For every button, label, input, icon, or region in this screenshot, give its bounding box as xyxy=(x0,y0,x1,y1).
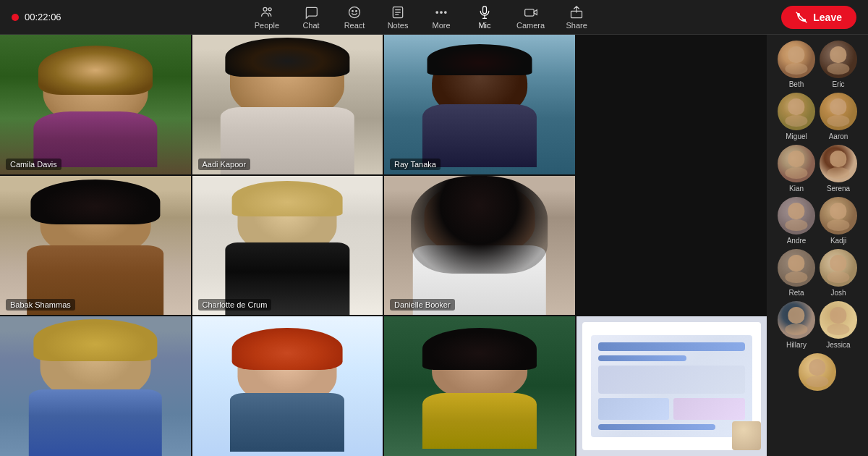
sidebar-participant-josh[interactable]: Josh xyxy=(820,249,857,297)
notes-icon xyxy=(391,5,405,20)
avatar-reta xyxy=(778,249,815,287)
svg-point-3 xyxy=(352,10,354,12)
sidebar-participant-eric[interactable]: Eric xyxy=(820,41,857,88)
camera-label: Camera xyxy=(516,21,545,30)
svg-point-7 xyxy=(441,11,443,13)
sidebar-participant-reta[interactable]: Reta xyxy=(778,249,815,297)
sidebar-participant-kadji[interactable]: Kadji xyxy=(820,197,857,245)
participant-p8[interactable] xyxy=(192,316,383,456)
participant-aadi[interactable]: Aadi Kapoor xyxy=(192,35,383,174)
svg-point-8 xyxy=(445,11,447,13)
react-icon xyxy=(347,5,362,20)
mic-label: Mic xyxy=(478,21,490,30)
participant-charlotte[interactable]: Charlotte de Crum xyxy=(192,176,383,316)
avatar-eric xyxy=(820,41,857,78)
svg-rect-9 xyxy=(483,6,487,13)
sidebar-participant-andre[interactable]: Andre xyxy=(778,197,815,245)
participant-p7[interactable] xyxy=(0,316,191,456)
react-label: React xyxy=(344,21,365,30)
sidebar-participant-beth[interactable]: Beth xyxy=(778,41,815,88)
people-button[interactable]: People xyxy=(247,2,286,33)
participant-ray[interactable]: Ray Tanaka xyxy=(384,35,575,174)
avatar-extra xyxy=(799,353,836,391)
recording-time: 00:22:06 xyxy=(25,12,61,22)
sidebar-participant-miguel[interactable]: Miguel xyxy=(778,93,815,140)
chat-icon xyxy=(304,5,318,20)
mic-icon xyxy=(477,5,492,20)
leave-button[interactable]: Leave xyxy=(781,6,856,29)
camila-label: Camila Davis xyxy=(6,159,61,170)
video-grid: Camila Davis Aadi Kapoor Ray Tanaka Baba… xyxy=(0,35,767,456)
notes-label: Notes xyxy=(388,21,409,30)
main-content: Camila Davis Aadi Kapoor Ray Tanaka Baba… xyxy=(0,35,868,456)
avatar-beth xyxy=(778,41,815,78)
sidebar-name-reta: Reta xyxy=(788,289,804,297)
sidebar-name-josh: Josh xyxy=(830,289,846,297)
participant-screen[interactable] xyxy=(576,316,767,456)
svg-rect-12 xyxy=(524,9,534,15)
mic-button[interactable]: Mic xyxy=(466,2,503,33)
leave-phone-icon xyxy=(796,12,807,23)
sidebar-participant-aaron[interactable]: Aaron xyxy=(820,93,857,140)
sidebar-name-kian: Kian xyxy=(789,185,804,193)
share-label: Share xyxy=(566,21,587,30)
sidebar-participant-kian[interactable]: Kian xyxy=(778,145,815,193)
sidebar-name-eric: Eric xyxy=(832,80,844,88)
svg-point-4 xyxy=(356,10,357,12)
sidebar-pair-0: Beth Eric xyxy=(767,41,868,88)
people-icon xyxy=(260,5,274,20)
ray-label: Ray Tanaka xyxy=(390,159,441,170)
extra-thumbnail xyxy=(732,421,761,450)
aadi-label: Aadi Kapoor xyxy=(198,159,251,170)
top-bar: 00:22:06 People Chat xyxy=(0,0,868,35)
babak-label: Babak Shammas xyxy=(6,299,75,311)
svg-point-1 xyxy=(268,7,271,10)
sidebar-name-aaron: Aaron xyxy=(829,132,848,140)
avatar-jessica xyxy=(820,301,857,339)
more-label: More xyxy=(432,21,450,30)
share-button[interactable]: Share xyxy=(558,2,595,33)
sidebar-participant-hillary[interactable]: Hillary xyxy=(778,301,815,349)
avatar-hillary xyxy=(778,301,815,339)
sidebar-name-kadji: Kadji xyxy=(830,237,846,245)
sidebar-pair-5: Hillary Jessica xyxy=(767,301,868,349)
sidebar-name-hillary: Hillary xyxy=(786,341,807,349)
sidebar-pair-1: Miguel Aaron xyxy=(767,93,868,140)
participant-p9[interactable] xyxy=(384,316,575,456)
participant-camila[interactable]: Camila Davis xyxy=(0,35,191,174)
more-button[interactable]: More xyxy=(422,2,460,33)
share-icon xyxy=(569,5,584,20)
camera-button[interactable]: Camera xyxy=(509,2,552,33)
toolbar: People Chat React Notes xyxy=(247,2,595,33)
more-icon xyxy=(434,5,448,20)
participant-empty-mid xyxy=(576,176,767,316)
svg-point-0 xyxy=(263,7,267,11)
sidebar-name-jessica: Jessica xyxy=(826,341,850,349)
chat-button[interactable]: Chat xyxy=(292,2,330,33)
notes-button[interactable]: Notes xyxy=(379,2,417,33)
avatar-andre xyxy=(778,197,815,235)
svg-point-2 xyxy=(349,7,360,17)
avatar-miguel xyxy=(778,93,815,130)
camera-icon xyxy=(524,5,538,20)
svg-line-14 xyxy=(796,12,807,22)
sidebar-pair-2: Kian Serena xyxy=(767,145,868,193)
participant-empty-top xyxy=(576,35,767,174)
participant-danielle[interactable]: Danielle Booker xyxy=(384,176,575,316)
sidebar-participant-jessica[interactable]: Jessica xyxy=(820,301,857,349)
sidebar-name-miguel: Miguel xyxy=(786,132,807,140)
avatar-josh xyxy=(820,249,857,287)
participant-babak[interactable]: Babak Shammas xyxy=(0,176,191,316)
danielle-label: Danielle Booker xyxy=(390,299,455,311)
svg-point-6 xyxy=(436,11,438,13)
sidebar-name-beth: Beth xyxy=(789,80,804,88)
recording-dot xyxy=(12,14,19,21)
sidebar-pair-3: Andre Kadji xyxy=(767,197,868,245)
sidebar-pair-6 xyxy=(767,353,868,391)
sidebar-pair-4: Reta Josh xyxy=(767,249,868,297)
sidebar-participant-extra[interactable] xyxy=(799,353,836,391)
react-button[interactable]: React xyxy=(336,2,373,33)
avatar-serena xyxy=(820,145,857,182)
sidebar-name-serena: Serena xyxy=(827,185,850,193)
sidebar-participant-serena[interactable]: Serena xyxy=(820,145,857,193)
